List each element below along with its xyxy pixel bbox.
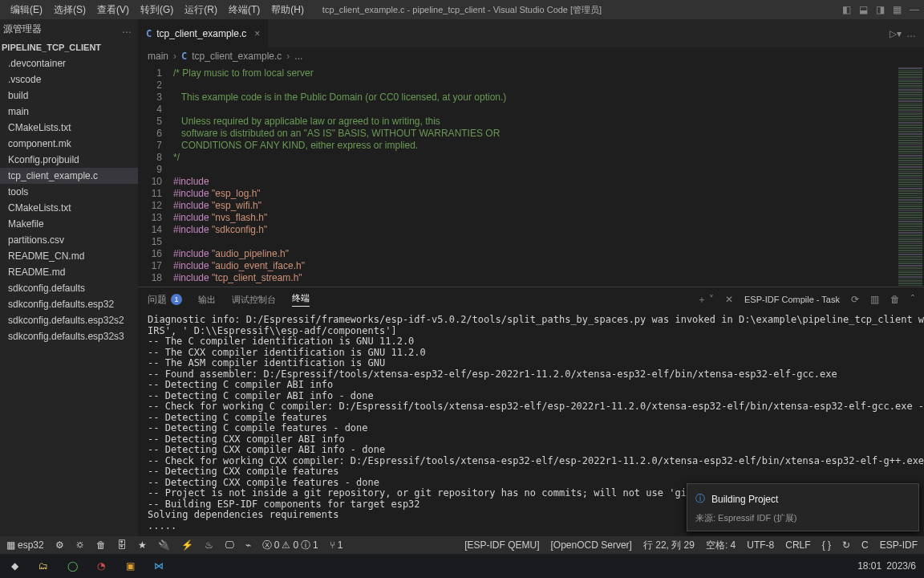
status-eol[interactable]: CRLF: [785, 539, 810, 551]
breadcrumb-file[interactable]: tcp_client_example.c: [192, 51, 282, 62]
layout-grid-icon[interactable]: ▦: [893, 4, 902, 15]
status-target-chip[interactable]: ▦ esp32: [6, 539, 44, 551]
window-title: tcp_client_example.c - pipeline_tcp_clie…: [322, 4, 602, 16]
explorer-more-icon[interactable]: …: [122, 24, 132, 35]
file-tree-item[interactable]: tools: [0, 184, 138, 200]
status-language[interactable]: C: [861, 539, 869, 551]
status-plug-icon[interactable]: 🔌: [158, 539, 170, 551]
notification-source: 来源: Espressif IDF (扩展): [695, 512, 910, 524]
window-minimize-icon[interactable]: —: [910, 4, 919, 15]
info-icon: ⓘ: [695, 492, 705, 506]
run-button-icon[interactable]: ▷▾: [890, 28, 902, 39]
file-tree-item[interactable]: Kconfig.projbuild: [0, 152, 138, 168]
breadcrumb-context[interactable]: ...: [294, 51, 302, 62]
taskbar-date[interactable]: 2023/6: [886, 560, 916, 572]
file-tree-item[interactable]: Makefile: [0, 216, 138, 232]
editor-content[interactable]: /* Play music to from local server This …: [173, 65, 897, 287]
status-monitor-icon[interactable]: 🖵: [225, 539, 234, 551]
status-esp-idf[interactable]: ESP-IDF: [880, 539, 918, 551]
file-tree-item[interactable]: partitions.csv: [0, 232, 138, 248]
editor-tab-active[interactable]: C tcp_client_example.c ×: [138, 19, 268, 47]
c-file-icon: C: [146, 28, 152, 39]
menu-view[interactable]: 查看(V): [91, 3, 135, 17]
panel-tab-terminal[interactable]: 终端: [292, 292, 310, 307]
file-tree-item[interactable]: main: [0, 104, 138, 120]
editor-gutter: 123456789101112131415161718: [138, 65, 173, 287]
file-tree-item[interactable]: CMakeLists.txt: [0, 120, 138, 136]
layout-secondary-icon[interactable]: ◨: [876, 4, 885, 15]
file-tree-item[interactable]: sdkconfig.defaults.esp32s2: [0, 312, 138, 328]
file-tree-item[interactable]: .devcontainer: [0, 55, 138, 71]
status-openocd[interactable]: [OpenOCD Server]: [551, 539, 632, 551]
status-flash-icon[interactable]: ⚡: [181, 539, 193, 551]
taskbar-start-icon[interactable]: ◆: [3, 556, 26, 576]
status-flame-icon[interactable]: ♨: [205, 539, 213, 551]
file-tree-item[interactable]: README_CN.md: [0, 248, 138, 264]
refresh-icon[interactable]: ⟳: [851, 294, 859, 305]
status-gear-icon[interactable]: ⛭: [75, 539, 85, 551]
menu-goto[interactable]: 转到(G): [135, 3, 179, 17]
menu-edit[interactable]: 编辑(E): [5, 3, 48, 17]
maximize-panel-icon[interactable]: ˆ: [911, 294, 914, 305]
status-qemu[interactable]: [ESP-IDF QEMU]: [464, 539, 539, 551]
menu-select[interactable]: 选择(S): [48, 3, 91, 17]
status-refresh-icon[interactable]: ↻: [842, 539, 850, 551]
taskbar-app1-icon[interactable]: ◯: [61, 556, 83, 576]
tools-icon[interactable]: ✕: [725, 294, 733, 305]
split-terminal-icon[interactable]: ▥: [870, 294, 879, 305]
taskbar-explorer-icon[interactable]: 🗂: [32, 556, 55, 576]
panel-tab-debug[interactable]: 调试控制台: [232, 294, 276, 306]
file-tree-item[interactable]: .vscode: [0, 71, 138, 88]
menu-terminal[interactable]: 终端(T): [223, 3, 265, 17]
tab-title: tcp_client_example.c: [156, 28, 246, 39]
explorer-header: 源管理器: [3, 22, 42, 36]
status-encoding[interactable]: UTF-8: [747, 539, 774, 551]
status-trash-icon[interactable]: 🗑: [96, 539, 106, 551]
taskbar-vscode-icon[interactable]: ⋈: [148, 556, 170, 576]
status-forks[interactable]: ⑂ 1: [330, 539, 343, 551]
new-terminal-icon[interactable]: ＋ ˅: [697, 293, 714, 307]
status-db-icon[interactable]: 🗄: [117, 539, 127, 551]
status-star-icon[interactable]: ★: [138, 539, 147, 551]
file-tree-item[interactable]: sdkconfig.defaults.esp32: [0, 296, 138, 312]
status-build-icon[interactable]: ⚙: [55, 539, 64, 551]
layout-primary-sidebar-icon[interactable]: ◧: [842, 4, 851, 15]
file-tree-item[interactable]: build: [0, 88, 138, 104]
chevron-right-icon: ›: [286, 51, 290, 62]
close-tab-icon[interactable]: ×: [254, 28, 260, 39]
notification-toast[interactable]: ⓘ Building Project 来源: Espressif IDF (扩展…: [687, 483, 919, 531]
taskbar-app2-icon[interactable]: ◔: [90, 556, 112, 576]
taskbar-sublime-icon[interactable]: ▣: [119, 556, 141, 576]
menu-run[interactable]: 运行(R): [179, 3, 223, 17]
file-tree-item[interactable]: tcp_client_example.c: [0, 168, 138, 184]
chevron-right-icon: ›: [173, 51, 176, 62]
kill-terminal-icon[interactable]: 🗑: [890, 294, 900, 305]
file-tree-item[interactable]: README.md: [0, 264, 138, 280]
file-tree-item[interactable]: sdkconfig.defaults: [0, 280, 138, 296]
tab-more-icon[interactable]: …: [906, 28, 916, 39]
status-debug-icon[interactable]: ⌁: [245, 539, 251, 551]
file-tree-item[interactable]: sdkconfig.defaults.esp32s3: [0, 328, 138, 344]
status-indent[interactable]: 空格: 4: [706, 539, 736, 552]
status-braces-icon[interactable]: { }: [822, 539, 831, 551]
breadcrumb-folder[interactable]: main: [148, 51, 168, 62]
file-tree-item[interactable]: component.mk: [0, 136, 138, 152]
status-problems[interactable]: ⓧ 0 ⚠ 0 ⓘ 1: [262, 539, 318, 552]
menu-help[interactable]: 帮助(H): [265, 3, 310, 17]
notification-title: Building Project: [711, 494, 778, 505]
layout-panel-icon[interactable]: ⬓: [859, 4, 868, 15]
problems-badge: 1: [171, 294, 182, 305]
file-tree-item[interactable]: CMakeLists.txt: [0, 200, 138, 216]
panel-tab-output[interactable]: 输出: [198, 294, 216, 306]
status-line-col[interactable]: 行 22, 列 29: [643, 539, 695, 552]
terminal-task-name[interactable]: ESP-IDF Compile - Task: [744, 295, 840, 304]
c-file-icon: C: [181, 51, 187, 62]
taskbar-time[interactable]: 18:01: [857, 560, 881, 572]
project-root[interactable]: PIPELINE_TCP_CLIENT: [0, 39, 138, 55]
panel-tab-problems[interactable]: 问题 1: [148, 293, 182, 307]
minimap[interactable]: [897, 65, 924, 287]
